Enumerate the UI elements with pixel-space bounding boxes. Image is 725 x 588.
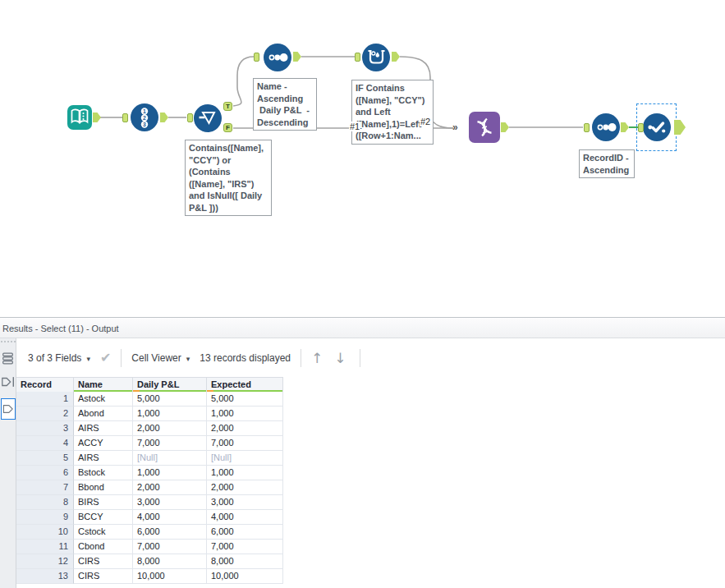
input-anchor-view-button[interactable] xyxy=(1,374,16,390)
record-number-cell[interactable]: 2 xyxy=(16,407,74,421)
record-number-cell[interactable]: 7 xyxy=(16,480,74,495)
data-cell[interactable]: 2,000 xyxy=(207,421,283,436)
data-cell[interactable]: 5,000 xyxy=(133,392,207,407)
table-row[interactable]: 4ACCY7,0007,000 xyxy=(16,436,283,451)
annotation-formula[interactable]: IF Contains ([Name], "CCY") and Left ([N… xyxy=(351,80,434,145)
output-anchor-view-button[interactable] xyxy=(1,398,16,420)
data-cell[interactable]: 10,000 xyxy=(207,569,283,584)
data-cell[interactable]: 6,000 xyxy=(207,525,283,540)
data-cell[interactable]: 7,000 xyxy=(207,436,283,451)
table-row[interactable]: 11Cbond7,0007,000 xyxy=(16,540,283,554)
table-row[interactable]: 1Astock5,0005,000 xyxy=(16,392,283,407)
column-header-expected[interactable]: Expected xyxy=(207,377,283,392)
make-group-tool[interactable] xyxy=(469,112,500,143)
data-cell[interactable]: 8,000 xyxy=(133,554,207,569)
data-cell[interactable]: 2,000 xyxy=(207,480,283,495)
data-cell[interactable]: 8,000 xyxy=(207,554,283,569)
filter-tool[interactable] xyxy=(194,104,222,132)
data-cell[interactable]: AIRS xyxy=(74,451,133,466)
filter-false-anchor[interactable]: F xyxy=(223,123,232,132)
column-header-daily-pl[interactable]: Daily P&L xyxy=(133,377,207,392)
data-cell[interactable]: 2,000 xyxy=(133,421,207,436)
annotation-filter[interactable]: Contains([Name], "CCY") or (Contains ([N… xyxy=(185,140,272,216)
formula-input-anchor[interactable] xyxy=(355,53,360,62)
data-cell[interactable]: 1,000 xyxy=(207,407,283,421)
apply-checkmark-icon[interactable]: ✔ xyxy=(100,350,111,365)
record-number-cell[interactable]: 4 xyxy=(16,436,74,451)
table-row[interactable]: 8BIRS3,0003,000 xyxy=(16,495,283,510)
data-cell[interactable]: BIRS xyxy=(74,495,133,510)
table-row[interactable]: 10Cstock6,0006,000 xyxy=(16,525,283,540)
table-row[interactable]: 12CIRS8,0008,000 xyxy=(16,554,283,569)
results-table[interactable]: Record Name Daily P&L Expected 1Astock5,… xyxy=(16,377,283,584)
data-cell[interactable]: 2,000 xyxy=(133,480,207,495)
table-row[interactable]: 5AIRS[Null][Null] xyxy=(16,451,283,466)
cell-viewer-button[interactable]: Cell Viewer xyxy=(131,352,181,364)
record-number-cell[interactable]: 9 xyxy=(16,510,74,525)
chevron-down-icon[interactable]: ▾ xyxy=(186,355,190,363)
annotation-sort1[interactable]: Name - Ascending Daily P&L - Descending xyxy=(253,78,317,131)
data-cell[interactable]: 7,000 xyxy=(133,436,207,451)
data-cell[interactable]: 10,000 xyxy=(133,569,207,584)
data-cell[interactable]: 3,000 xyxy=(207,495,283,510)
record-number-cell[interactable]: 12 xyxy=(16,554,74,569)
data-cell[interactable]: 7,000 xyxy=(207,540,283,554)
record-number-cell[interactable]: 3 xyxy=(16,421,74,436)
input-data-tool[interactable] xyxy=(67,105,92,130)
select-tool[interactable] xyxy=(643,113,671,141)
formula-tool[interactable] xyxy=(362,44,390,71)
filter-true-anchor[interactable]: T xyxy=(223,102,232,111)
data-cell[interactable]: 4,000 xyxy=(133,510,207,525)
data-cell[interactable]: BCCY xyxy=(74,510,133,525)
data-cell[interactable]: 1,000 xyxy=(133,407,207,421)
sort-tool-2[interactable] xyxy=(592,113,620,141)
panel-grip-handle[interactable] xyxy=(1,341,16,342)
table-row[interactable]: 13CIRS10,00010,000 xyxy=(16,569,283,584)
table-row[interactable]: 7Bbond2,0002,000 xyxy=(16,480,283,495)
record-number-cell[interactable]: 5 xyxy=(16,451,74,466)
data-cell[interactable]: CIRS xyxy=(74,554,133,569)
sort1-input-anchor[interactable] xyxy=(254,53,259,62)
data-cell[interactable]: Cbond xyxy=(74,540,133,554)
record-number-cell[interactable]: 8 xyxy=(16,495,74,510)
scroll-up-arrow-icon[interactable]: ↑ xyxy=(311,350,323,366)
data-cell[interactable]: Cstock xyxy=(74,525,133,540)
data-cell[interactable]: Astock xyxy=(74,392,133,407)
data-cell[interactable]: 3,000 xyxy=(133,495,207,510)
recordid-tool[interactable]: 1 2 3 xyxy=(131,103,158,131)
data-cell[interactable]: Abond xyxy=(74,407,133,421)
table-row[interactable]: 6Bstock1,0001,000 xyxy=(16,466,283,480)
scroll-down-arrow-icon[interactable]: ↓ xyxy=(334,350,346,366)
record-number-cell[interactable]: 1 xyxy=(16,392,74,407)
fields-selector[interactable]: 3 of 3 Fields xyxy=(28,352,81,364)
workflow-canvas[interactable]: Name - Ascending Daily P&L - Descending … xyxy=(0,0,725,317)
filter-input-anchor[interactable] xyxy=(187,113,193,122)
data-cell[interactable]: AIRS xyxy=(74,421,133,436)
data-cell[interactable]: CIRS xyxy=(74,569,133,584)
data-cell[interactable]: Bbond xyxy=(74,480,133,495)
table-row[interactable]: 3AIRS2,0002,000 xyxy=(16,421,283,436)
data-cell[interactable]: 6,000 xyxy=(133,525,207,540)
recordid-input-anchor[interactable] xyxy=(122,113,128,122)
data-cell[interactable]: 4,000 xyxy=(207,510,283,525)
data-cell[interactable]: [Null] xyxy=(133,451,207,466)
record-number-cell[interactable]: 11 xyxy=(16,540,74,554)
select-input-anchor[interactable] xyxy=(638,123,644,132)
column-header-record[interactable]: Record xyxy=(16,377,74,392)
chevron-down-icon[interactable]: ▾ xyxy=(86,355,90,363)
data-cell[interactable]: 5,000 xyxy=(207,392,283,407)
data-cell[interactable]: 1,000 xyxy=(133,466,207,480)
record-number-cell[interactable]: 10 xyxy=(16,525,74,540)
table-row[interactable]: 2Abond1,0001,000 xyxy=(16,407,283,421)
column-header-name[interactable]: Name xyxy=(74,377,133,392)
sort-tool-1[interactable] xyxy=(264,44,291,71)
record-number-cell[interactable]: 6 xyxy=(16,466,74,480)
record-number-cell[interactable]: 13 xyxy=(16,569,74,584)
data-cell[interactable]: 1,000 xyxy=(207,466,283,480)
annotation-sort2[interactable]: RecordID - Ascending xyxy=(579,149,635,178)
data-cell[interactable]: ACCY xyxy=(74,436,133,451)
metadata-view-button[interactable] xyxy=(1,350,16,366)
data-cell[interactable]: [Null] xyxy=(207,451,283,466)
data-cell[interactable]: 7,000 xyxy=(133,540,207,554)
sort2-input-anchor[interactable] xyxy=(584,123,590,132)
